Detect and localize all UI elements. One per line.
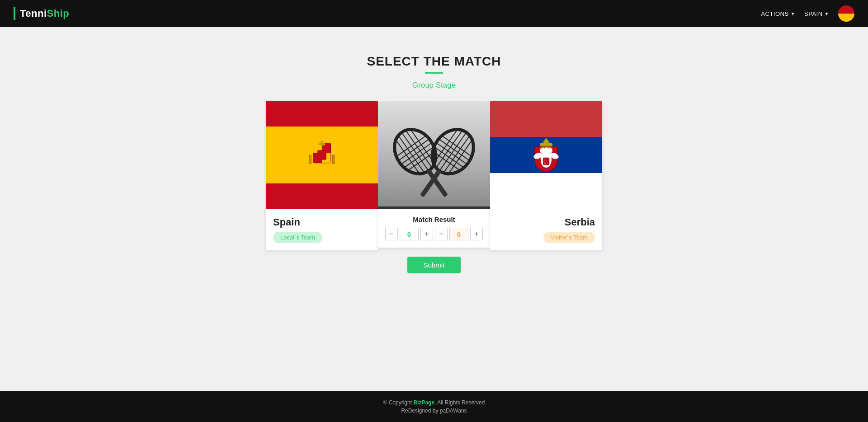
visitor-team-badge: Visitor´s Team [543, 232, 595, 243]
spain-coat-of-arms [306, 139, 338, 171]
local-score-plus[interactable]: + [420, 228, 433, 240]
svg-rect-9 [319, 143, 325, 145]
score-row: − 0 + − 0 + [382, 228, 486, 240]
spain-flag-circle[interactable] [838, 5, 854, 22]
actions-button[interactable]: ACTIONS ▼ [761, 10, 795, 17]
spain-flag-yellow [266, 127, 378, 183]
submit-button[interactable]: Submit [407, 257, 461, 273]
svg-rect-7 [333, 155, 335, 164]
visitor-score-plus[interactable]: + [470, 228, 483, 240]
footer: © Copyright BizPage. All Rights Reserved… [0, 391, 868, 422]
brand-highlight: Ship [47, 8, 70, 19]
serbia-coat-of-arms: Ш Ш [528, 137, 564, 173]
actions-label: ACTIONS [761, 10, 788, 17]
main-content: SELECT THE MATCH Group Stage [0, 27, 868, 391]
match-area: Spain Local´s Team [266, 101, 602, 273]
svg-rect-35 [540, 143, 552, 147]
group-stage-label: Group Stage [412, 81, 456, 90]
local-team-badge: Local´s Team [273, 232, 322, 243]
brand-bar [14, 7, 15, 20]
title-underline [425, 72, 443, 74]
visitor-score-display: 0 [449, 228, 468, 240]
svg-rect-5 [317, 150, 326, 160]
rackets-box [378, 101, 490, 209]
spain-flag-red-top [266, 101, 378, 127]
serbia-flag-red [490, 101, 602, 137]
navbar-right: ACTIONS ▼ SPAIN ▼ [761, 5, 854, 22]
visitor-team-info: Serbia Visitor´s Team [490, 209, 602, 250]
footer-brand-link[interactable]: BizPage [413, 399, 434, 406]
tennis-rackets-icon [384, 105, 484, 205]
submit-button-wrap: Submit [407, 257, 461, 273]
chevron-down-icon: ▼ [791, 11, 795, 16]
svg-rect-6 [309, 155, 311, 164]
local-team-card: Spain Local´s Team [266, 101, 378, 250]
spain-flag-red-bottom [266, 183, 378, 209]
visitor-score-minus[interactable]: − [435, 228, 448, 240]
navbar: TenniShip ACTIONS ▼ SPAIN ▼ [0, 0, 868, 27]
local-team-name: Spain [273, 216, 371, 228]
serbia-flag: Ш Ш [490, 101, 602, 209]
serbia-flag-blue: Ш Ш [490, 137, 602, 173]
brand-text: TenniShip [20, 8, 69, 19]
local-score-minus[interactable]: − [385, 228, 398, 240]
page-title: SELECT THE MATCH [367, 54, 501, 69]
local-team-info: Spain Local´s Team [266, 209, 378, 250]
country-button[interactable]: SPAIN ▼ [804, 10, 829, 17]
spain-flag [266, 101, 378, 209]
country-label: SPAIN [804, 10, 823, 17]
match-result-box: Match Result − 0 + − 0 + [378, 209, 490, 248]
flag-red-top [838, 5, 854, 14]
footer-redesign: ReDesigned by paDAWans [8, 408, 860, 414]
flag-yellow [838, 14, 854, 22]
visitor-team-card: Ш Ш Serbia Visitor´s Team [490, 101, 602, 250]
middle-panel: Match Result − 0 + − 0 + Submit [378, 101, 490, 273]
brand: TenniShip [14, 7, 69, 20]
footer-copyright: © Copyright BizPage. All Rights Reserved [8, 399, 860, 406]
svg-text:Ш: Ш [544, 158, 546, 161]
local-score-display: 0 [400, 228, 419, 240]
visitor-team-name: Serbia [497, 216, 595, 228]
serbia-flag-white [490, 173, 602, 209]
chevron-down-icon: ▼ [825, 11, 829, 16]
match-result-title: Match Result [382, 216, 486, 223]
svg-text:Ш: Ш [544, 162, 546, 164]
